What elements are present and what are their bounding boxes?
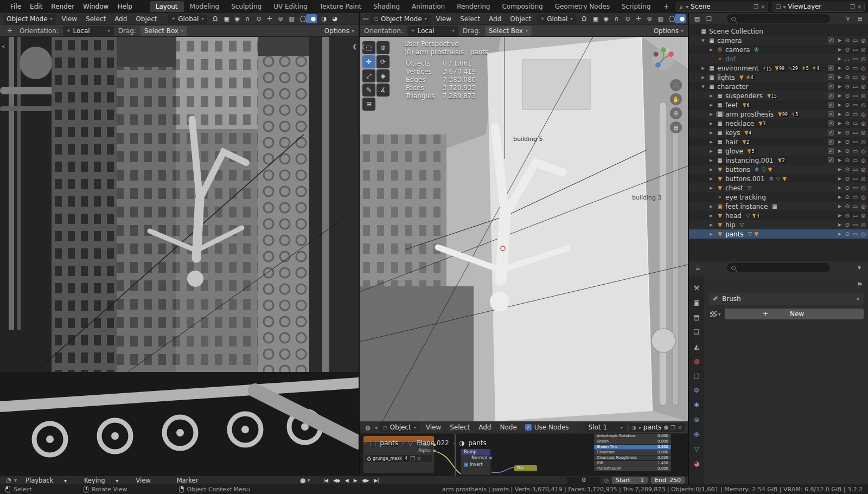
socket-icon[interactable] <box>489 457 492 459</box>
properties-tab-modifiers[interactable]: ⚙ <box>691 386 703 395</box>
disable-viewport-icon[interactable]: ▭ <box>853 102 858 108</box>
selectable-icon[interactable]: ➤ <box>837 194 841 200</box>
workspace-tab[interactable]: Shading <box>367 1 406 12</box>
hide-eye-icon[interactable]: ◡ <box>845 56 850 62</box>
drag-dropdown[interactable]: Select Box ▾ <box>485 26 532 36</box>
disable-render-icon[interactable]: ◎ <box>861 65 866 71</box>
tool-orientation-dropdown[interactable]: ✛ Local ▾ <box>63 26 114 36</box>
outliner-row-chest[interactable]: ▶▼chest▽➤⊙▭◎ <box>689 183 868 193</box>
overlays-icon[interactable]: ⊚ <box>273 14 284 23</box>
shader-menu[interactable]: Select <box>445 422 474 432</box>
disable-render-icon[interactable]: ◎ <box>861 130 866 136</box>
properties-tab-scene[interactable]: ◭ <box>691 342 703 351</box>
outliner-row-eye-tracking[interactable]: ⌖eye tracking➤⊙▭◎ <box>689 193 868 202</box>
disable-render-icon[interactable]: ◎ <box>861 148 866 154</box>
snap-target-icon[interactable]: ▣ <box>219 14 230 23</box>
stopwatch-icon[interactable]: ◷ <box>604 477 609 483</box>
add-workspace-button[interactable]: + <box>658 1 675 12</box>
disable-viewport-icon[interactable]: ▭ <box>853 111 858 117</box>
breadcrumb-object[interactable]: pants <box>380 439 398 447</box>
fake-user-shield-icon[interactable]: ⬟ <box>663 425 668 431</box>
workspace-tab[interactable]: UV Editing <box>267 1 314 12</box>
expander-icon[interactable]: ▼ <box>700 85 706 89</box>
material-slot-dropdown[interactable]: Slot 1 ▾ <box>585 422 627 432</box>
editor-type-icon[interactable]: ≣ <box>692 263 703 272</box>
viewport-menu[interactable]: Add <box>110 14 131 24</box>
disable-viewport-icon[interactable]: ▭ <box>853 74 858 80</box>
visibility-icon[interactable]: ⊙ <box>621 14 631 23</box>
topbar-menu[interactable]: Window <box>79 2 113 11</box>
options-dropdown[interactable]: Options ▾ <box>324 27 354 35</box>
pin-icon[interactable]: ⚑ <box>857 281 863 288</box>
tool-measure[interactable]: ∡ <box>376 84 390 97</box>
properties-tab-tool[interactable]: ⚒ <box>691 283 703 293</box>
disable-viewport-icon[interactable]: ▭ <box>853 176 858 182</box>
hide-eye-icon[interactable]: ⊙ <box>845 37 849 43</box>
disable-viewport-icon[interactable]: ▭ <box>853 120 858 126</box>
viewport-menu[interactable]: View <box>432 14 456 24</box>
pan-hand-icon[interactable]: ✋ <box>670 93 682 105</box>
disable-viewport-icon[interactable]: ▭ <box>853 231 858 237</box>
workspace-tab[interactable]: Geometry Nodes <box>549 1 616 12</box>
outliner-row-pants[interactable]: ▶▼pants▽▼➤⊙▭◎ <box>689 229 868 239</box>
exclude-checkbox[interactable]: ✓ <box>828 111 834 117</box>
bump-node[interactable]: Bump Normal ✓ Invert <box>461 448 491 476</box>
expander-icon[interactable]: ▶ <box>708 149 714 153</box>
properties-tab-physics[interactable]: ⊚ <box>691 415 703 425</box>
exclude-checkbox[interactable]: ✓ <box>828 148 834 154</box>
hide-eye-icon[interactable]: ⊙ <box>845 203 849 209</box>
tool-move[interactable]: ✛ <box>362 55 375 68</box>
new-collection-icon[interactable]: ⊞ <box>854 14 865 23</box>
expander-icon[interactable]: ▶ <box>708 232 714 236</box>
selectable-icon[interactable]: ➤ <box>837 148 841 154</box>
expander-icon[interactable]: ▶ <box>708 48 714 52</box>
disable-viewport-icon[interactable]: ▭ <box>853 213 858 219</box>
texture-browser-dropdown[interactable]: ▾ <box>709 309 723 319</box>
editor-type-icon[interactable]: ◔ <box>3 476 14 485</box>
mode-dropdown[interactable]: Object Mode ▾ <box>3 14 56 24</box>
node-slider[interactable]: IOR 1.450 <box>594 461 671 466</box>
selectable-icon[interactable]: ➤ <box>837 102 841 108</box>
editor-type-icon[interactable]: ◍ <box>362 423 373 432</box>
new-texture-button[interactable]: + New <box>725 309 864 319</box>
grid-ortho-icon[interactable]: ⊞ <box>670 121 682 133</box>
jump-to-start-button[interactable]: |◀ <box>321 478 330 483</box>
viewport-menu[interactable]: Select <box>81 14 110 24</box>
hide-eye-icon[interactable]: ⊙ <box>845 139 849 145</box>
node-slider[interactable]: Transmission 0.000 <box>594 466 671 471</box>
disable-render-icon[interactable]: ◎ <box>861 213 866 219</box>
shading-solid-icon[interactable]: ● <box>306 14 317 23</box>
disable-viewport-icon[interactable]: ▭ <box>853 65 858 71</box>
selectable-icon[interactable]: ➤ <box>837 111 841 117</box>
exclude-checkbox[interactable]: ✓ <box>828 120 834 126</box>
hide-eye-icon[interactable]: ⊙ <box>845 102 849 108</box>
end-frame-field[interactable]: End 250 <box>651 477 685 484</box>
hide-eye-icon[interactable]: ⊙ <box>845 185 849 191</box>
tool-orientation-dropdown[interactable]: ✛ Local ▾ <box>407 26 458 36</box>
filter-funnel-icon[interactable]: ⋎ <box>843 14 853 23</box>
hide-eye-icon[interactable]: ⊙ <box>845 84 849 89</box>
viewport-menu[interactable]: Object <box>506 14 535 24</box>
hide-eye-icon[interactable]: ⊙ <box>845 65 849 71</box>
outliner-row-instancing-001[interactable]: ▶▦instancing.001▼2✓➤⊙▭◎ <box>689 156 868 165</box>
selectable-icon[interactable]: ➤ <box>837 37 841 43</box>
falloff-icon[interactable]: ∩ <box>610 14 621 23</box>
viewport-menu[interactable]: Object <box>131 14 161 24</box>
disable-viewport-icon[interactable]: ▭ <box>853 194 858 200</box>
shading-solid-icon[interactable]: ● <box>675 14 686 23</box>
outliner-row-camera[interactable]: ▶✇camera✇➤⊙▭◎ <box>689 45 868 54</box>
outliner-row-hip[interactable]: ▶▼hip▽➤⊙▭◎ <box>689 220 868 229</box>
expander-icon[interactable]: ▶ <box>708 168 714 172</box>
tool-rotate[interactable]: ⟳ <box>376 55 390 68</box>
workspace-tab[interactable]: Layout <box>150 1 184 12</box>
viewport-menu[interactable]: Select <box>456 14 484 24</box>
selectable-icon[interactable]: ➤ <box>837 213 841 219</box>
auto-key-record-button[interactable]: ● ▾ <box>300 477 310 484</box>
prev-keyframe-button[interactable]: ◀◆ <box>331 478 342 483</box>
hide-eye-icon[interactable]: ⊙ <box>845 148 849 154</box>
selectable-icon[interactable]: ➤ <box>837 74 841 80</box>
outliner-row-character[interactable]: ▼▦character✓➤⊙▭◎ <box>689 82 868 91</box>
close-icon[interactable]: × <box>678 425 682 431</box>
expander-icon[interactable]: ▶ <box>708 158 714 163</box>
tool-transform[interactable]: ◈ <box>376 69 390 82</box>
